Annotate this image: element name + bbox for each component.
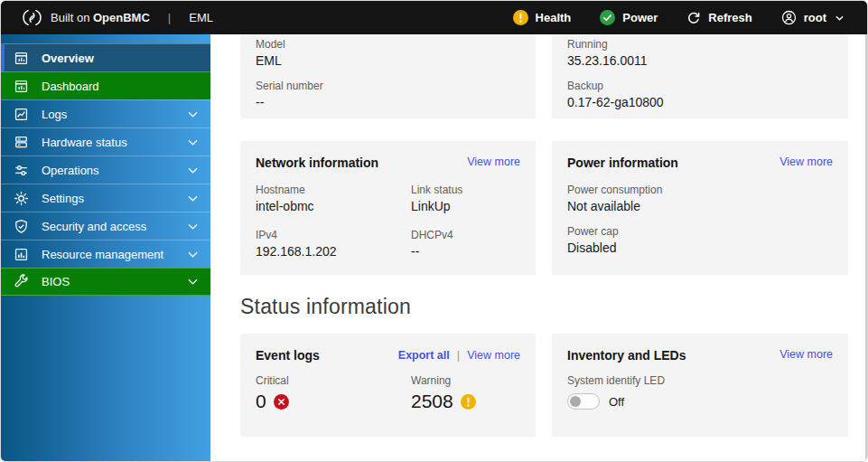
card-title: Event logs bbox=[256, 348, 320, 363]
field-value: 192.168.1.202 bbox=[256, 244, 411, 259]
warning-icon bbox=[513, 10, 528, 25]
card-title: Network information bbox=[256, 156, 378, 170]
view-more-link[interactable]: View more bbox=[467, 156, 520, 168]
error-badge-icon bbox=[274, 394, 289, 410]
openbmc-logo-icon bbox=[23, 8, 42, 27]
field-value: 0.17-62-ga10800 bbox=[567, 95, 833, 110]
field-power-consumption: Power consumption Not available bbox=[567, 184, 833, 214]
warning-count-block: Warning 2508 bbox=[411, 374, 520, 412]
overview-icon bbox=[14, 51, 29, 66]
refresh-icon bbox=[686, 11, 701, 25]
sidebar-item-label: Settings bbox=[42, 192, 84, 205]
wrench-icon bbox=[14, 274, 29, 289]
refresh-button[interactable]: Refresh bbox=[686, 11, 751, 25]
power-info-card: Power information View more Power consum… bbox=[552, 141, 848, 275]
identify-led-label: System identify LED bbox=[567, 374, 833, 387]
sidebar-item-label: Overview bbox=[42, 52, 94, 65]
server-info-row: Model EML Serial number -- Running 35.23… bbox=[240, 34, 848, 118]
sidebar-item-dashboard[interactable]: Dashboard bbox=[1, 71, 210, 99]
bar-chart-icon bbox=[14, 247, 29, 262]
card-title: Inventory and LEDs bbox=[567, 348, 686, 363]
sidebar-item-security-and-access[interactable]: Security and access bbox=[1, 212, 210, 240]
field-model: Model EML bbox=[256, 38, 520, 69]
field-backup-version: Backup 0.17-62-ga10800 bbox=[567, 80, 833, 110]
sidebar-item-settings[interactable]: Settings bbox=[1, 184, 210, 212]
warning-count: 2508 bbox=[411, 391, 453, 412]
view-more-link[interactable]: View more bbox=[467, 349, 520, 362]
sidebar-item-label: Resource management bbox=[42, 248, 163, 261]
card-title: Power information bbox=[567, 156, 678, 170]
sidebar-item-label: Security and access bbox=[42, 220, 146, 233]
sidebar-item-label: BIOS bbox=[42, 275, 70, 288]
network-info-card: Network information View more Hostname i… bbox=[240, 141, 536, 275]
field-hostname: Hostname intel-obmc bbox=[256, 184, 411, 214]
toggle-knob bbox=[570, 396, 581, 407]
field-label: Running bbox=[567, 38, 833, 51]
logs-icon bbox=[14, 107, 29, 122]
user-menu-button[interactable]: root bbox=[781, 10, 844, 25]
export-all-link[interactable]: Export all bbox=[398, 349, 450, 362]
sidebar-item-operations[interactable]: Operations bbox=[1, 156, 210, 184]
chevron-down-icon bbox=[188, 111, 198, 118]
field-label: Hostname bbox=[256, 184, 411, 196]
sidebar-item-overview[interactable]: Overview bbox=[1, 43, 210, 71]
user-label: root bbox=[804, 11, 826, 24]
success-check-icon bbox=[600, 10, 615, 25]
field-serial-number: Serial number -- bbox=[256, 80, 520, 110]
power-fields: Power consumption Not available Power ca… bbox=[567, 184, 833, 256]
field-label: Model bbox=[256, 38, 520, 51]
power-label: Power bbox=[622, 11, 658, 24]
chevron-down-icon bbox=[188, 223, 198, 230]
field-value: 35.23.16.0011 bbox=[567, 53, 833, 69]
field-power-cap: Power cap Disabled bbox=[567, 225, 833, 256]
link-separator: | bbox=[457, 348, 460, 362]
health-button[interactable]: Health bbox=[513, 10, 572, 25]
field-value: -- bbox=[411, 244, 520, 259]
critical-label: Critical bbox=[256, 374, 411, 387]
refresh-label: Refresh bbox=[708, 11, 751, 24]
user-icon bbox=[781, 10, 797, 25]
scrollbar[interactable] bbox=[865, 34, 867, 461]
field-value: Not available bbox=[567, 199, 833, 214]
server-info-card: Model EML Serial number -- bbox=[240, 34, 536, 118]
field-value: Disabled bbox=[567, 240, 833, 256]
field-dhcpv4: DHCPv4 -- bbox=[411, 229, 520, 259]
power-button[interactable]: Power bbox=[600, 10, 658, 25]
health-label: Health bbox=[536, 11, 572, 24]
sidebar-item-hardware-status[interactable]: Hardware status bbox=[1, 127, 210, 156]
field-value: EML bbox=[256, 53, 520, 69]
shield-icon bbox=[14, 219, 29, 234]
sidebar-item-label: Dashboard bbox=[42, 80, 99, 93]
dashboard-icon bbox=[14, 79, 29, 94]
warning-label: Warning bbox=[411, 374, 520, 387]
inventory-leds-card: Inventory and LEDs View more System iden… bbox=[552, 334, 848, 437]
chevron-down-icon bbox=[188, 251, 198, 258]
field-label: IPv4 bbox=[256, 229, 411, 241]
brand-text: Built on OpenBMC bbox=[51, 11, 150, 24]
info-cards-row: Network information View more Hostname i… bbox=[240, 141, 848, 275]
header-separator: | bbox=[168, 11, 171, 24]
view-more-link[interactable]: View more bbox=[779, 156, 833, 168]
brand-name: OpenBMC bbox=[93, 11, 150, 24]
hardware-icon bbox=[14, 135, 29, 150]
view-more-link[interactable]: View more bbox=[779, 348, 833, 361]
critical-count-block: Critical 0 bbox=[256, 374, 411, 412]
field-label: Backup bbox=[567, 80, 833, 92]
field-label: Power consumption bbox=[567, 184, 833, 196]
field-link-status: Link status LinkUp bbox=[411, 184, 520, 214]
identify-led-row: Off bbox=[567, 393, 833, 410]
field-value: LinkUp bbox=[411, 199, 520, 214]
sidebar-item-logs[interactable]: Logs bbox=[1, 99, 210, 127]
top-bar: Built on OpenBMC | EML Health Power bbox=[1, 1, 867, 34]
settings-gear-icon bbox=[14, 191, 29, 206]
critical-count: 0 bbox=[256, 391, 266, 412]
sidebar-item-label: Operations bbox=[42, 164, 99, 177]
network-fields: Hostname intel-obmc Link status LinkUp I… bbox=[256, 184, 520, 259]
identify-led-toggle[interactable] bbox=[567, 393, 600, 410]
chevron-down-icon bbox=[188, 278, 198, 285]
sidebar-item-resource-management[interactable]: Resource management bbox=[1, 240, 210, 268]
identify-led-state: Off bbox=[609, 395, 624, 409]
chevron-down-icon bbox=[188, 139, 198, 146]
event-log-counts: Critical 0 Warning 2508 bbox=[256, 374, 520, 412]
sidebar-item-bios[interactable]: BIOS bbox=[1, 268, 210, 296]
